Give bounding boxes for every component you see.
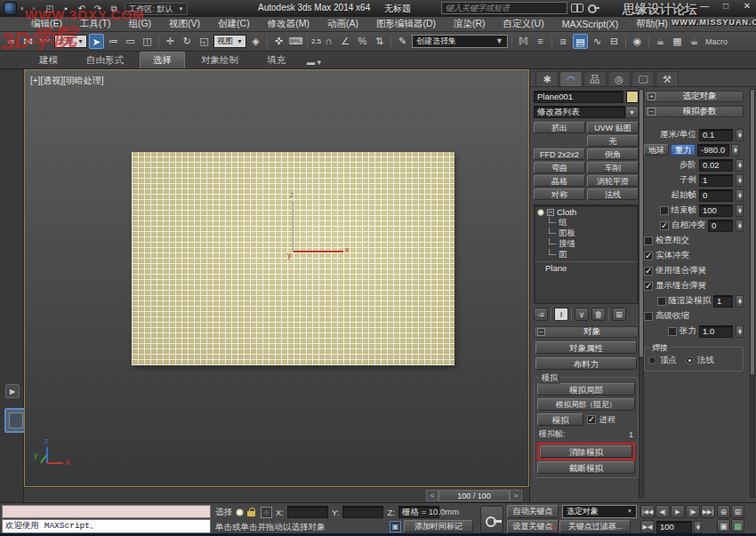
selection-filter-dropdown[interactable]: 全部▼ bbox=[54, 35, 87, 48]
gravity-field[interactable]: -980.0 bbox=[697, 144, 729, 156]
select-and-manipulate-icon[interactable]: ✜ bbox=[271, 34, 286, 49]
select-and-move-icon[interactable]: ✛ bbox=[163, 34, 178, 49]
make-unique-icon[interactable]: ∨ bbox=[575, 308, 589, 321]
end-frame-field[interactable]: 100 bbox=[699, 204, 733, 217]
modifier-uvwmap-button[interactable]: UVW 贴图 bbox=[587, 122, 639, 133]
cm-unit-spinner[interactable] bbox=[736, 129, 744, 141]
zoom-icon[interactable]: ⊕ bbox=[717, 505, 730, 518]
modifier-list-dropdown[interactable]: 修改器列表 bbox=[534, 106, 625, 118]
menu-maxscript[interactable]: MAXScript(X) bbox=[554, 18, 627, 30]
reference-coordinate-dropdown[interactable]: 视图▼ bbox=[213, 35, 246, 48]
bind-to-space-warp-icon[interactable]: 〰 bbox=[37, 34, 52, 49]
progress-checkbox[interactable] bbox=[587, 415, 596, 424]
step-spinner[interactable] bbox=[736, 159, 744, 172]
ribbon-minimize-icon[interactable]: ▬ ▾ bbox=[302, 56, 326, 68]
zoom-all-icon[interactable]: ⊞ bbox=[731, 505, 744, 518]
remove-modifier-icon[interactable]: 🗑 bbox=[591, 308, 606, 321]
self-collision-spinner[interactable] bbox=[736, 220, 744, 232]
ribbon-tab-modeling[interactable]: 建模 bbox=[27, 52, 70, 68]
command-panel-left-scrollbar[interactable] bbox=[639, 89, 644, 498]
stack-item-group[interactable]: 组 bbox=[535, 217, 638, 228]
rollout-object[interactable]: − 对象 bbox=[534, 326, 639, 338]
stack-item-cloth[interactable]: − Cloth bbox=[535, 207, 638, 217]
ribbon-tab-populate[interactable]: 填充 bbox=[254, 52, 298, 68]
rollout-selected-object[interactable]: + 选定对象 bbox=[644, 91, 744, 102]
object-properties-button[interactable]: 对象属性 bbox=[535, 341, 637, 354]
stack-item-faces[interactable]: 面 bbox=[535, 249, 638, 260]
rectangular-selection-region-icon[interactable]: ▭ bbox=[123, 34, 138, 49]
render-setup-icon[interactable]: ☕ bbox=[653, 34, 668, 49]
tab-create-icon[interactable]: ✱ bbox=[535, 71, 559, 86]
select-by-name-icon[interactable]: ≔ bbox=[106, 34, 121, 49]
time-slider-track[interactable]: < 100 / 100 > bbox=[24, 487, 529, 502]
object-color-swatch[interactable] bbox=[626, 91, 639, 103]
app-menu-caret-icon[interactable]: ▾ bbox=[20, 5, 24, 12]
modifier-lattice-button[interactable]: 晶格 bbox=[534, 175, 585, 187]
tab-hierarchy-icon[interactable]: 品 bbox=[583, 71, 607, 86]
modifier-turbosmooth-button[interactable]: 涡轮平滑 bbox=[587, 175, 639, 187]
subsample-field[interactable]: 1 bbox=[699, 174, 733, 187]
unlink-selection-icon[interactable]: ⋈ bbox=[20, 34, 36, 49]
menu-animation[interactable]: 动画(A) bbox=[319, 17, 366, 31]
modifier-lathe-button[interactable]: 车削 bbox=[587, 162, 639, 173]
command-panel-right-scrollbar[interactable] bbox=[750, 89, 755, 498]
ribbon-tab-object-paint[interactable]: 对象绘制 bbox=[189, 52, 251, 68]
previous-frame-icon[interactable]: ◀| bbox=[655, 505, 670, 518]
tension-checkbox[interactable] bbox=[668, 327, 677, 336]
selection-set-key-dropdown[interactable]: 选定对象 ▼ bbox=[562, 505, 637, 518]
select-and-link-icon[interactable]: ∞ bbox=[4, 34, 19, 49]
tension-spinner[interactable] bbox=[736, 325, 744, 338]
time-slider-prev-button[interactable]: < bbox=[426, 490, 438, 501]
snaps-toggle-icon[interactable]: ∩ bbox=[321, 34, 336, 49]
earth-button[interactable]: 地球 bbox=[644, 144, 669, 156]
angle-snap-icon[interactable]: ∠ bbox=[338, 34, 353, 49]
schematic-view-icon[interactable]: ⊟ bbox=[607, 34, 622, 49]
rollout-expand-icon[interactable]: + bbox=[647, 92, 655, 100]
use-sewing-springs-checkbox[interactable] bbox=[644, 267, 653, 276]
graphite-ribbon-toggle-icon[interactable]: ▤ bbox=[573, 34, 588, 49]
absolute-mode-icon[interactable]: ⊹ bbox=[261, 507, 272, 518]
select-and-rotate-icon[interactable]: ↻ bbox=[180, 34, 195, 49]
stack-item-panel[interactable]: 面板 bbox=[535, 228, 638, 238]
pin-stack-icon[interactable]: -≡ bbox=[534, 308, 548, 321]
modifier-shell-button[interactable]: 壳 bbox=[587, 135, 639, 147]
curve-editor-icon[interactable]: ∿ bbox=[590, 34, 605, 49]
perspective-viewport[interactable]: [+][透视][明暗处理] z x y z X y bbox=[24, 69, 529, 487]
rendered-frame-window-icon[interactable]: ▦ bbox=[670, 34, 685, 49]
current-frame-field[interactable]: 100 bbox=[656, 521, 692, 533]
time-tag-icon[interactable]: ▣ bbox=[390, 521, 401, 532]
set-keys-button[interactable] bbox=[480, 506, 503, 533]
collapse-minus-icon[interactable]: − bbox=[547, 209, 554, 216]
next-frame-icon[interactable]: |▶ bbox=[686, 505, 700, 518]
cloth-forces-button[interactable]: 布料力 bbox=[535, 357, 637, 370]
x-coord-field[interactable] bbox=[287, 506, 328, 518]
tab-utilities-icon[interactable]: ⚒ bbox=[655, 71, 679, 86]
render-production-icon[interactable]: ☕ bbox=[687, 34, 702, 49]
weld-normal-radio[interactable] bbox=[686, 356, 694, 364]
rollout-simulation-params[interactable]: − 模拟参数 bbox=[644, 106, 744, 117]
edit-named-selection-sets-icon[interactable]: ✎ bbox=[395, 34, 410, 49]
select-object-button[interactable]: ➤ bbox=[89, 34, 104, 49]
menu-views[interactable]: 视图(V) bbox=[161, 17, 208, 31]
percent-snap-icon[interactable]: % bbox=[355, 34, 370, 49]
check-intersections-checkbox[interactable] bbox=[644, 236, 653, 245]
viewport-layout-flyout-button[interactable]: ▶ bbox=[5, 384, 20, 398]
tab-modify-icon[interactable]: ◠ bbox=[559, 71, 583, 86]
erase-simulation-button[interactable]: 消除模拟 bbox=[540, 445, 632, 458]
sign-in-key-icon[interactable] bbox=[588, 2, 599, 12]
advanced-pinching-checkbox[interactable] bbox=[644, 312, 653, 321]
go-to-end-icon[interactable]: ▶▶| bbox=[701, 505, 715, 518]
maxscript-listener-output[interactable]: 欢迎使用 MAXScript。 bbox=[2, 519, 211, 533]
stack-item-plane[interactable]: Plane bbox=[535, 261, 638, 273]
window-crossing-icon[interactable]: ◫ bbox=[140, 34, 155, 49]
modifier-enabled-bulb-icon[interactable] bbox=[537, 209, 544, 216]
sim-on-render-checkbox[interactable] bbox=[657, 297, 666, 306]
start-frame-spinner[interactable] bbox=[736, 189, 744, 202]
layer-manager-icon[interactable]: ⧈ bbox=[556, 34, 571, 49]
solid-collision-checkbox[interactable] bbox=[644, 252, 653, 260]
gravity-spinner[interactable] bbox=[731, 144, 739, 156]
key-mode-toggle-icon[interactable]: ▶◀ bbox=[640, 520, 655, 533]
viewport-label[interactable]: [+][透视][明暗处理] bbox=[30, 75, 104, 87]
modifier-symmetry-button[interactable]: 对称 bbox=[534, 188, 585, 200]
zoom-extents-icon[interactable]: ▣ bbox=[717, 519, 730, 532]
